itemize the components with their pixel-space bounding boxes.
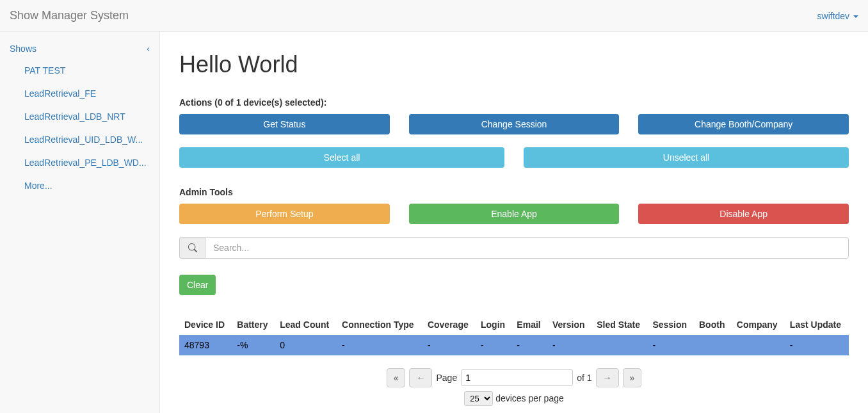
sidebar: Shows ‹ PAT TEST LeadRetrieval_FE LeadRe… — [0, 32, 160, 413]
th-booth[interactable]: Booth — [694, 314, 732, 335]
search-input[interactable] — [205, 237, 849, 259]
sidebar-menu: PAT TEST LeadRetrieval_FE LeadRetrieval_… — [0, 59, 159, 197]
sidebar-item[interactable]: LeadRetrieval_LDB_NRT — [0, 105, 159, 128]
actions-label: Actions (0 of 1 device(s) selected): — [179, 97, 849, 108]
th-lead-count[interactable]: Lead Count — [275, 314, 337, 335]
chevron-left-icon: ‹ — [147, 44, 150, 54]
select-all-button[interactable]: Select all — [179, 147, 504, 168]
th-email[interactable]: Email — [511, 314, 547, 335]
table-row[interactable]: 48793 -% 0 - - - - - - - — [179, 335, 849, 355]
page-input[interactable] — [461, 369, 573, 386]
sidebar-item[interactable]: LeadRetrieval_UID_LDB_W... — [0, 128, 159, 151]
caret-down-icon — [853, 15, 858, 18]
navbar-brand: Show Manager System — [10, 9, 129, 22]
th-device-id[interactable]: Device ID — [179, 314, 232, 335]
sidebar-item-more[interactable]: More... — [0, 174, 159, 197]
disable-app-button[interactable]: Disable App — [638, 204, 849, 224]
cell-lead-count: 0 — [275, 335, 337, 355]
th-session[interactable]: Session — [647, 314, 694, 335]
th-battery[interactable]: Battery — [232, 314, 275, 335]
prev-page-button[interactable]: ← — [409, 368, 432, 387]
cell-login: - — [476, 335, 511, 355]
cell-connection-type: - — [337, 335, 422, 355]
cell-booth — [694, 335, 732, 355]
search-icon — [179, 237, 205, 259]
sidebar-item[interactable]: LeadRetrieval_FE — [0, 82, 159, 105]
next-page-button[interactable]: → — [596, 368, 619, 387]
th-coverage[interactable]: Coverage — [422, 314, 476, 335]
last-page-button[interactable]: » — [623, 368, 642, 387]
enable-app-button[interactable]: Enable App — [409, 204, 620, 224]
th-connection-type[interactable]: Connection Type — [337, 314, 422, 335]
get-status-button[interactable]: Get Status — [179, 114, 390, 134]
page-of-label: of 1 — [577, 373, 591, 383]
sidebar-header-label: Shows — [10, 44, 36, 54]
admin-tools-label: Admin Tools — [179, 187, 849, 197]
sidebar-header-shows[interactable]: Shows ‹ — [0, 38, 159, 59]
sidebar-item[interactable]: PAT TEST — [0, 59, 159, 82]
unselect-all-button[interactable]: Unselect all — [524, 147, 849, 168]
devices-table: Device ID Battery Lead Count Connection … — [179, 314, 849, 355]
per-page-select[interactable]: 25 — [464, 391, 493, 406]
page-label: Page — [436, 373, 457, 383]
user-name: swiftdev — [817, 11, 850, 21]
navbar: Show Manager System swiftdev — [0, 0, 868, 32]
cell-battery: -% — [232, 335, 275, 355]
th-version[interactable]: Version — [547, 314, 591, 335]
cell-sled-state — [591, 335, 647, 355]
th-sled-state[interactable]: Sled State — [591, 314, 647, 335]
cell-device-id: 48793 — [179, 335, 232, 355]
th-last-update[interactable]: Last Update — [785, 314, 849, 335]
per-page-label: devices per page — [495, 393, 564, 403]
table-header-row: Device ID Battery Lead Count Connection … — [179, 314, 849, 335]
search-group — [179, 237, 849, 259]
cell-company — [732, 335, 785, 355]
first-page-button[interactable]: « — [387, 368, 406, 387]
change-booth-button[interactable]: Change Booth/Company — [638, 114, 849, 134]
cell-last-update: - — [785, 335, 849, 355]
th-login[interactable]: Login — [476, 314, 511, 335]
page-title: Hello World — [179, 51, 849, 78]
cell-version: - — [547, 335, 591, 355]
perform-setup-button[interactable]: Perform Setup — [179, 204, 390, 224]
sidebar-item[interactable]: LeadRetrieval_PE_LDB_WD... — [0, 151, 159, 174]
change-session-button[interactable]: Change Session — [409, 114, 620, 134]
clear-button[interactable]: Clear — [179, 275, 216, 295]
pagination: « ← Page of 1 → » 25 devices per page — [179, 368, 849, 406]
main-content: Hello World Actions (0 of 1 device(s) se… — [160, 32, 868, 413]
user-dropdown[interactable]: swiftdev — [817, 11, 858, 21]
cell-coverage: - — [422, 335, 476, 355]
cell-email: - — [511, 335, 547, 355]
cell-session: - — [647, 335, 694, 355]
th-company[interactable]: Company — [732, 314, 785, 335]
